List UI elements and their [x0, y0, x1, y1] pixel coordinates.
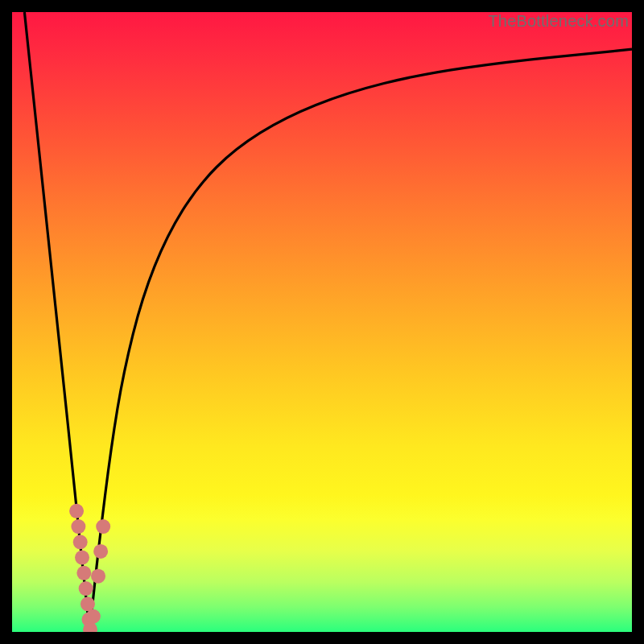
- curve-layer: [12, 12, 632, 632]
- marker-dot: [91, 569, 105, 584]
- marker-dot: [93, 544, 108, 559]
- marker-dot: [79, 581, 93, 596]
- watermark-text: TheBottleneck.com: [488, 12, 629, 31]
- right-branch-curve: [89, 49, 632, 632]
- marker-group: [69, 504, 110, 632]
- marker-dot: [80, 597, 95, 611]
- chart-frame: TheBottleneck.com: [0, 0, 644, 644]
- marker-dot: [96, 519, 110, 534]
- marker-dot: [86, 609, 101, 624]
- marker-dot: [69, 504, 84, 518]
- marker-dot: [75, 551, 89, 565]
- marker-dot: [76, 566, 91, 580]
- marker-dot: [71, 519, 85, 534]
- plot-area: TheBottleneck.com: [12, 12, 632, 632]
- marker-dot: [73, 535, 88, 549]
- curve-group: [24, 12, 632, 632]
